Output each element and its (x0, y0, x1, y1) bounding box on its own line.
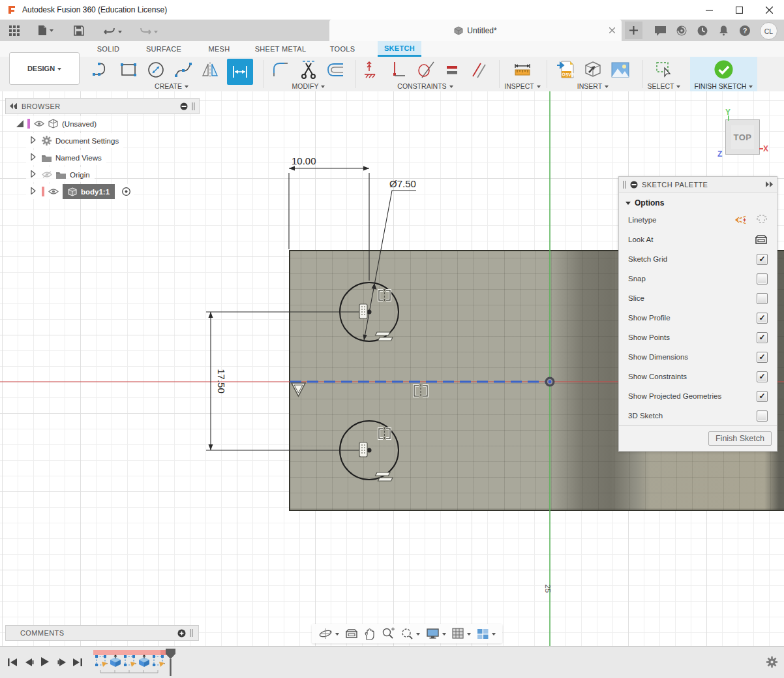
insert-group-label[interactable]: INSERT (550, 82, 636, 90)
feedback-comment-button[interactable] (649, 20, 672, 41)
timeline-feature-sketch-1[interactable] (95, 655, 108, 668)
inspect-group-label[interactable]: INSPECT (502, 82, 543, 90)
show-projected-geometries-checkbox[interactable]: ✓ (757, 391, 768, 402)
inspect-measure-tool[interactable] (511, 59, 534, 81)
clock-history-button[interactable] (691, 20, 714, 41)
expand-collapse-icon[interactable] (16, 120, 23, 127)
browser-row-origin[interactable]: Origin (26, 167, 200, 182)
expand-arrow-icon[interactable] (31, 187, 38, 196)
comments-panel[interactable]: COMMENTS (5, 625, 199, 641)
select-group-label[interactable]: SELECT (644, 82, 684, 90)
timeline-go-to-start-button[interactable] (5, 655, 20, 670)
expand-arrow-icon[interactable] (31, 136, 38, 145)
show-dimensions-checkbox[interactable]: ✓ (757, 352, 768, 363)
snap-checkbox[interactable] (757, 273, 768, 285)
sketch-palette-header[interactable]: SKETCH PALETTE (619, 177, 777, 193)
new-document-tab-button[interactable] (625, 22, 642, 39)
model-canvas[interactable]: 10.00 Ø7.50 17.50 (0, 91, 784, 646)
hide-panel-icon[interactable] (180, 102, 188, 110)
constraint-parallel-tool[interactable] (468, 59, 490, 81)
insert-svg-tool[interactable]: SVG (554, 59, 577, 81)
tab-solid[interactable]: SOLID (91, 41, 125, 57)
expand-panel-icon[interactable] (765, 181, 773, 187)
show-points-checkbox[interactable]: ✓ (757, 332, 768, 343)
browser-row-named-views[interactable]: Named Views (26, 150, 200, 165)
orbit-tool[interactable] (318, 627, 339, 640)
timeline-feature-extrude-2[interactable] (138, 655, 151, 668)
add-comment-icon[interactable] (177, 629, 186, 638)
timeline-playhead[interactable] (165, 648, 177, 677)
visibility-eye-icon[interactable] (34, 120, 44, 127)
show-constraints-checkbox[interactable]: ✓ (757, 371, 768, 382)
constraint-horizontal-vertical-tool[interactable] (387, 59, 410, 81)
show-profile-checkbox[interactable]: ✓ (757, 313, 768, 324)
dimension-width[interactable]: 10.00 (289, 155, 369, 281)
visibility-eye-icon[interactable] (48, 188, 59, 195)
create-circle-tool[interactable] (145, 59, 167, 81)
sketch-dimension-tool-active[interactable] (227, 59, 253, 85)
constraint-equal-tool[interactable] (441, 59, 463, 81)
body-selected-item[interactable]: body1:1 (63, 184, 115, 199)
create-line-tool[interactable] (90, 59, 112, 81)
notifications-bell-button[interactable] (713, 20, 734, 41)
select-tool[interactable] (653, 59, 675, 81)
minimize-button[interactable] (694, 0, 724, 20)
insert-mesh-tool[interactable] (582, 59, 604, 81)
modify-trim-tool[interactable] (297, 59, 320, 81)
comments-drag-handle-icon[interactable] (190, 629, 193, 637)
grid-settings-tool[interactable] (452, 628, 471, 639)
create-spline-tool[interactable] (172, 59, 194, 81)
construction-linetype-icon[interactable] (734, 214, 748, 226)
app-grid-menu-button[interactable] (4, 20, 25, 42)
display-settings-tool[interactable] (426, 628, 446, 639)
slice-checkbox[interactable] (757, 293, 768, 304)
tab-sketch[interactable]: SKETCH (378, 41, 421, 57)
viewports-tool[interactable] (477, 628, 496, 639)
palette-drag-handle-icon[interactable] (623, 181, 626, 189)
browser-header[interactable]: BROWSER (5, 98, 200, 114)
browser-row-body[interactable]: body1:1 (26, 184, 200, 199)
job-status-button[interactable] (671, 20, 693, 41)
tab-mesh[interactable]: MESH (204, 41, 235, 57)
midpoint-triangle-glyph[interactable] (292, 383, 305, 396)
save-button[interactable] (68, 20, 89, 42)
look-at-icon[interactable] (755, 234, 768, 245)
palette-finish-sketch-button[interactable]: Finish Sketch (708, 431, 772, 446)
timeline-step-back-button[interactable] (22, 655, 37, 670)
tab-tools[interactable]: TOOLS (325, 41, 360, 57)
timeline-feature-sketch-3[interactable] (152, 655, 165, 668)
timeline-feature-extrude-1[interactable] (109, 655, 122, 668)
document-tab[interactable]: Untitled* (329, 20, 622, 41)
workspace-selector[interactable]: DESIGN (9, 52, 80, 85)
create-mirror-tool[interactable] (200, 59, 222, 81)
vertical-constraint-glyph-top[interactable] (359, 304, 367, 318)
panel-drag-handle-icon[interactable] (192, 102, 195, 110)
vertical-constraint-glyph-bottom[interactable] (359, 442, 367, 457)
close-button[interactable] (754, 0, 784, 20)
symmetry-constraint-glyph-centerline[interactable] (414, 384, 427, 397)
create-group-label[interactable]: CREATE (85, 82, 258, 90)
view-cube-top-face[interactable]: TOP (725, 119, 760, 155)
timeline-feature-sketch-2[interactable] (123, 655, 136, 668)
timeline-step-forward-button[interactable] (55, 655, 69, 670)
equal-constraint-glyph-bottom[interactable] (376, 472, 393, 481)
modify-fillet-tool[interactable] (270, 59, 292, 81)
symmetry-constraint-glyph-bottom[interactable] (379, 427, 390, 440)
symmetry-constraint-glyph-top[interactable] (379, 289, 390, 301)
timeline-settings-gear-icon[interactable] (764, 654, 779, 670)
browser-row-document-settings[interactable]: Document Settings (26, 133, 200, 148)
finish-sketch-button[interactable]: FINISH SKETCH (690, 57, 757, 91)
zoom-tool[interactable] (382, 627, 395, 640)
look-at-tool[interactable] (345, 628, 358, 639)
user-avatar[interactable]: CL (760, 22, 777, 40)
pan-tool[interactable] (364, 628, 376, 640)
projection-linetype-icon[interactable] (755, 214, 768, 226)
maximize-button[interactable] (724, 0, 754, 20)
ground-to-parent-icon[interactable] (121, 187, 131, 196)
constraint-fix-tool[interactable] (361, 59, 383, 81)
expand-arrow-icon[interactable] (31, 170, 38, 179)
create-rectangle-tool[interactable] (117, 59, 140, 81)
document-tab-close-icon[interactable] (609, 26, 615, 35)
browser-row-root[interactable]: (Unsaved) (12, 116, 200, 131)
tab-sheet-metal[interactable]: SHEET METAL (254, 41, 307, 57)
